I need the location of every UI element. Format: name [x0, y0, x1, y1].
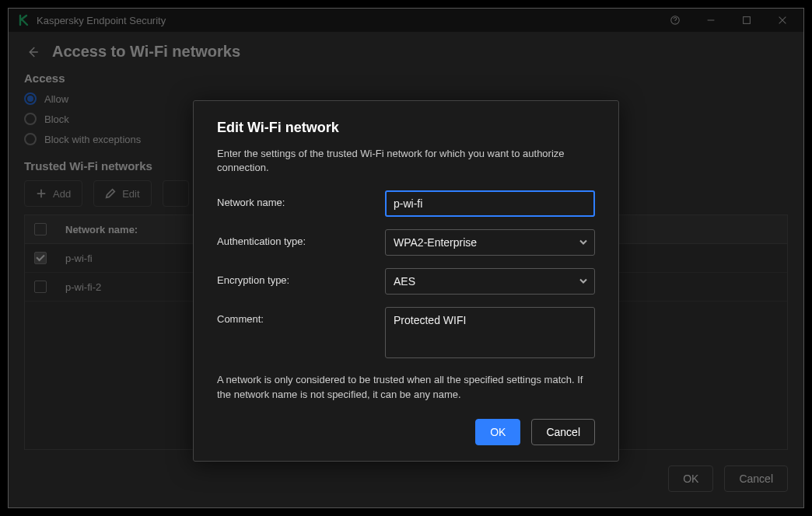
label-auth-type: Authentication type:: [217, 229, 385, 247]
modal-footer: OK Cancel: [194, 408, 618, 461]
enc-type-select[interactable]: AES: [385, 268, 595, 295]
comment-input[interactable]: [385, 307, 595, 358]
edit-wifi-modal: Edit Wi-Fi network Enter the settings of…: [193, 100, 619, 462]
modal-cancel-button[interactable]: Cancel: [531, 419, 595, 445]
label-network-name: Network name:: [217, 190, 385, 208]
label-enc-type: Encryption type:: [217, 268, 385, 286]
modal-overlay: Edit Wi-Fi network Enter the settings of…: [9, 9, 803, 507]
label-comment: Comment:: [217, 307, 385, 325]
auth-type-select[interactable]: WPA2-Enterprise: [385, 229, 595, 256]
modal-title: Edit Wi-Fi network: [217, 120, 595, 136]
modal-note: A network is only considered to be trust…: [217, 373, 595, 401]
modal-description: Enter the settings of the trusted Wi-Fi …: [217, 147, 595, 175]
network-name-input[interactable]: [385, 190, 595, 217]
modal-ok-button[interactable]: OK: [475, 419, 520, 445]
app-window: Kaspersky Endpoint Security Access to Wi…: [8, 8, 804, 508]
